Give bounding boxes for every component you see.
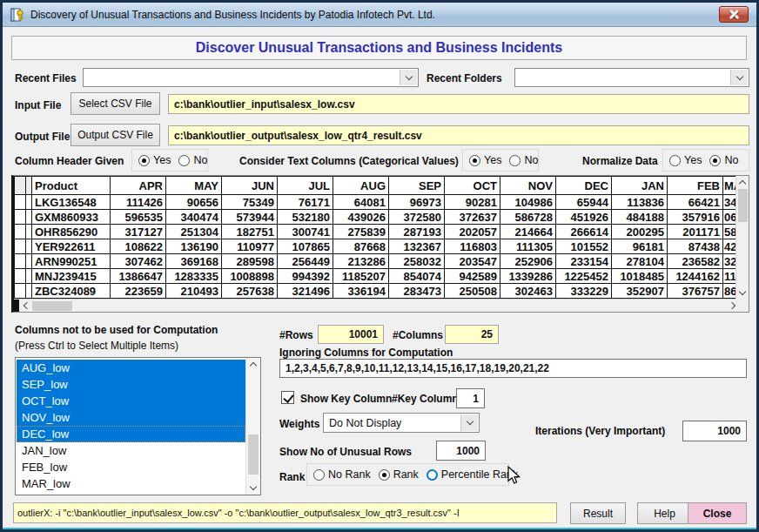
select-csv-file-button[interactable]: Select CSV File [71, 92, 160, 115]
grid-column-header-apr[interactable]: APR [111, 177, 166, 195]
scrollbar-thumb[interactable] [738, 189, 748, 222]
radio-option-yes[interactable]: Yes [138, 154, 171, 166]
grid-cell[interactable]: 321496 [278, 284, 333, 299]
row-selector-cell[interactable] [26, 254, 32, 269]
grid-cell-product[interactable]: GXM860933 [32, 210, 111, 225]
grid-column-header-jan[interactable]: JAN [612, 177, 668, 195]
dropdown-button[interactable] [400, 70, 417, 85]
radio-option-no[interactable]: No [509, 154, 538, 166]
grid-cell[interactable]: 251304 [166, 225, 222, 239]
help-button[interactable]: Help [637, 502, 692, 524]
grid-cell-product[interactable]: LKG136548 [32, 195, 111, 210]
list-item-nov_low[interactable]: NOV_low [17, 409, 245, 426]
grid-cell[interactable]: 336194 [333, 284, 389, 299]
radio-icon[interactable] [427, 469, 438, 481]
row-selector-cell[interactable] [26, 284, 32, 299]
grid-column-header-jun[interactable]: JUN [222, 177, 278, 195]
grid-cell[interactable]: 1185207 [333, 269, 389, 284]
grid-cell[interactable]: 258032 [389, 254, 445, 269]
grid-cell[interactable]: 369168 [166, 254, 222, 269]
grid-horizontal-scrollbar[interactable] [14, 299, 739, 312]
output-file-path[interactable]: c:\bank\outlier_output\salesx_low_qtr4_r… [168, 125, 749, 145]
grid-cell[interactable]: 76171 [278, 195, 333, 210]
grid-column-header-dec[interactable]: DEC [556, 177, 612, 195]
grid-cell[interactable]: 854074 [389, 269, 445, 284]
grid-cell[interactable]: 994392 [278, 269, 333, 284]
grid-cell[interactable]: 75349 [222, 195, 278, 210]
radio-option-no-rank[interactable]: No Rank [313, 468, 371, 481]
grid-cell[interactable]: 107865 [278, 239, 333, 254]
radio-option-no[interactable]: No [709, 154, 738, 166]
grid-cell[interactable]: 333229 [556, 284, 612, 299]
grid-cell[interactable]: 266614 [556, 225, 612, 239]
input-file-path[interactable]: c:\bank\outlier_input\salesx_low.csv [168, 94, 749, 114]
grid-column-header-feb[interactable]: FEB [668, 177, 723, 195]
recent-files-combobox[interactable] [83, 68, 419, 87]
grid-cell[interactable]: 1008898 [222, 269, 278, 284]
list-item-aug_low[interactable]: AUG_low [17, 360, 245, 376]
grid-cell[interactable]: 340474 [166, 210, 222, 225]
grid-cell[interactable]: 1339286 [500, 269, 556, 284]
grid-cell[interactable]: 257638 [222, 284, 278, 299]
grid-cell[interactable]: 256449 [278, 254, 333, 269]
grid-cell[interactable]: 484188 [612, 210, 668, 225]
grid-cell[interactable]: 90281 [445, 195, 500, 210]
grid-cell[interactable]: 214664 [500, 225, 556, 239]
grid-cell[interactable]: 1225452 [556, 269, 612, 284]
grid-cell[interactable]: 66421 [668, 195, 723, 210]
scroll-down-button[interactable] [736, 286, 749, 299]
scroll-up-button[interactable] [246, 358, 260, 371]
grid-cell[interactable]: 317127 [111, 225, 166, 239]
scroll-up-button[interactable] [736, 176, 749, 188]
row-selector-cell[interactable] [26, 210, 32, 225]
grid-cell[interactable]: 596535 [111, 210, 166, 225]
grid-cell[interactable]: 110977 [222, 239, 278, 254]
show-key-checkbox[interactable] [281, 391, 294, 404]
radio-icon[interactable] [313, 469, 325, 481]
row-selector-cell[interactable] [26, 225, 32, 239]
row-selector-cell[interactable] [15, 210, 26, 225]
grid-cell[interactable]: 202057 [445, 225, 500, 239]
dropdown-button[interactable] [460, 414, 478, 431]
grid-cell[interactable]: 352907 [612, 284, 668, 299]
scroll-down-button[interactable] [246, 481, 260, 495]
grid-cell[interactable]: 136190 [166, 239, 222, 254]
scroll-left-button[interactable] [19, 300, 31, 312]
grid-cell[interactable]: 1244162 [668, 269, 723, 284]
scrollbar-thumb[interactable] [248, 434, 259, 475]
grid-cell-product[interactable]: YER922611 [32, 239, 111, 254]
list-item-sep_low[interactable]: SEP_low [17, 376, 245, 393]
grid-column-header-may[interactable]: MAY [166, 177, 222, 195]
grid-cell[interactable]: 96181 [612, 239, 668, 254]
row-selector-cell[interactable] [26, 239, 32, 254]
grid-cell[interactable]: 236582 [668, 254, 723, 269]
radio-option-percentile-rank[interactable]: Percentile Rank [427, 468, 518, 481]
grid-cell[interactable]: 233154 [556, 254, 612, 269]
grid-column-header-oct[interactable]: OCT [445, 177, 500, 195]
grid-column-header-jul[interactable]: JUL [278, 177, 333, 195]
row-selector-cell[interactable] [15, 269, 26, 284]
grid-cell[interactable]: 201171 [668, 225, 723, 239]
grid-cell[interactable]: 116803 [445, 239, 500, 254]
grid-cell[interactable]: 307462 [111, 254, 166, 269]
radio-icon[interactable] [138, 155, 150, 166]
grid-cell[interactable]: 302463 [500, 284, 556, 299]
row-selector-cell[interactable] [15, 284, 26, 299]
grid-cell[interactable]: 101552 [556, 239, 612, 254]
key-columns-field[interactable]: 1 [456, 388, 485, 408]
grid-cell[interactable]: 357916 [668, 210, 723, 225]
grid-column-header-aug[interactable]: AUG [333, 177, 389, 195]
grid-cell[interactable]: 532180 [278, 210, 333, 225]
grid-cell[interactable]: 87668 [333, 239, 389, 254]
grid-cell[interactable]: 87438 [668, 239, 723, 254]
radio-option-yes[interactable]: Yes [469, 154, 501, 166]
list-item-feb_low[interactable]: FEB_low [17, 459, 245, 475]
grid-cell[interactable]: 132367 [389, 239, 445, 254]
recent-folders-combobox[interactable] [514, 68, 749, 87]
close-window-button[interactable] [719, 6, 749, 23]
grid-cell[interactable]: 182751 [222, 225, 278, 239]
list-item-jan_low[interactable]: JAN_low [17, 442, 245, 459]
radio-option-rank[interactable]: Rank [379, 468, 419, 481]
list-item-mar_low[interactable]: MAR_low [17, 475, 245, 492]
grid-cell[interactable]: 451926 [556, 210, 612, 225]
